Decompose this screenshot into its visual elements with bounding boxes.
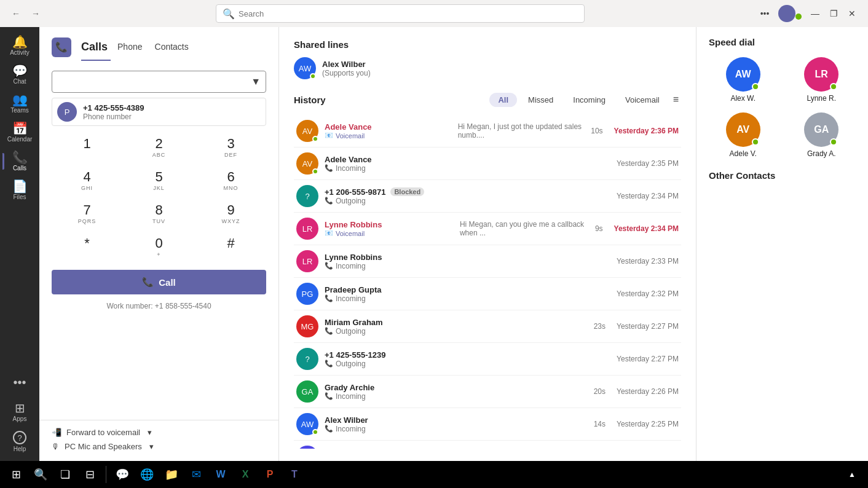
files-icon: 📄 bbox=[12, 180, 28, 192]
search-bar[interactable]: 🔍 bbox=[216, 4, 585, 23]
shared-line-item[interactable]: AW Alex Wilber (Supports you) bbox=[294, 57, 681, 79]
key-1[interactable]: 1 bbox=[52, 131, 122, 163]
key-9[interactable]: 9 WXYZ bbox=[195, 197, 266, 229]
mic-speakers-option[interactable]: 🎙 PC Mic and Speakers ▾ bbox=[52, 442, 266, 451]
taskbar-edge-button[interactable]: 🌐 bbox=[136, 463, 158, 486]
call-button[interactable]: 📞 Call bbox=[52, 270, 266, 294]
key-3[interactable]: 3 DEF bbox=[195, 131, 266, 163]
widgets-button[interactable]: ⊟ bbox=[79, 463, 101, 486]
speed-dial-item-lynner[interactable]: LR Lynne R. bbox=[787, 57, 856, 103]
taskbar-search-button[interactable]: 🔍 bbox=[30, 463, 52, 486]
sidebar-item-apps[interactable]: ⊞ Apps bbox=[2, 398, 37, 426]
sidebar-item-teams[interactable]: 👥 Teams bbox=[2, 90, 37, 117]
call-item[interactable]: MG Miriam Graham 📞 Outgoing 23s Yesterda… bbox=[294, 310, 681, 343]
call-info: Alex Wilber 📞 Incoming bbox=[325, 415, 453, 433]
number-input-row[interactable]: 4255554389 ▼ bbox=[52, 71, 266, 93]
call-online-dot bbox=[312, 136, 318, 142]
sidebar-item-activity[interactable]: 🔔 Activity bbox=[2, 32, 37, 60]
suggestion-row[interactable]: P +1 425-555-4389 Phone number bbox=[52, 98, 266, 126]
call-item[interactable]: AV Adele Vance 📞 Incoming Yesterday 2:35… bbox=[294, 148, 681, 180]
speed-dial-avatar-lynner: LR bbox=[804, 57, 838, 92]
filter-menu-button[interactable]: ≡ bbox=[671, 92, 681, 108]
maximize-button[interactable]: ❐ bbox=[825, 5, 842, 22]
filter-voicemail[interactable]: Voicemail bbox=[617, 93, 668, 107]
call-item[interactable]: ? +1 206-555-9871 Blocked 📞 Outgoing bbox=[294, 180, 681, 213]
more-icon: ••• bbox=[13, 376, 26, 388]
shared-person-name: Alex Wilber bbox=[322, 60, 371, 69]
dialer-tabs: Phone Contacts bbox=[117, 37, 189, 57]
forward-icon: 📲 bbox=[52, 428, 61, 437]
call-info: +1 425-555-1239 📞 Outgoing bbox=[325, 350, 465, 368]
key-2[interactable]: 2 ABC bbox=[124, 131, 194, 163]
sidebar-item-chat[interactable]: 💬 Chat bbox=[2, 61, 37, 89]
key-0-number: 0 bbox=[155, 235, 162, 251]
call-item[interactable]: ? +1 425-555-1239 📞 Outgoing Yesterday 2… bbox=[294, 343, 681, 376]
key-4[interactable]: 4 GHI bbox=[52, 164, 122, 196]
call-item[interactable]: PG Pradeep Gupta 📞 Incoming Yesterday 2:… bbox=[294, 278, 681, 310]
call-item[interactable]: AW Alex Wilber 📞 Incoming 14s Ye bbox=[294, 408, 681, 441]
forward-voicemail-option[interactable]: 📲 Forward to voicemail ▾ bbox=[52, 428, 266, 437]
call-avatar: LR bbox=[296, 218, 318, 240]
filter-incoming[interactable]: Incoming bbox=[564, 93, 614, 107]
sidebar-item-calls[interactable]: 📞 Calls bbox=[2, 148, 37, 175]
key-0[interactable]: 0 + bbox=[124, 230, 194, 262]
call-item[interactable]: LR Lynne Robbins 📞 Incoming Yesterday 2:… bbox=[294, 245, 681, 278]
tab-phone[interactable]: Phone bbox=[117, 37, 142, 58]
sidebar-item-more[interactable]: ••• bbox=[2, 372, 37, 392]
key-star[interactable]: * bbox=[52, 230, 122, 262]
call-item[interactable]: GA Grady Archie 📞 Incoming 20s Yesterday… bbox=[294, 376, 681, 408]
speed-dial-item-alexw[interactable]: AW Alex W. bbox=[709, 57, 778, 103]
phone-number-input[interactable]: 4255554389 bbox=[57, 77, 251, 87]
taskbar-mail-button[interactable]: ✉ bbox=[185, 463, 207, 486]
taskbar-teams-button[interactable]: T bbox=[283, 463, 306, 486]
taskbar-explorer-button[interactable]: 📁 bbox=[160, 463, 183, 486]
speed-dial-online-dot bbox=[830, 138, 837, 146]
forward-button[interactable]: → bbox=[27, 5, 44, 22]
search-input[interactable] bbox=[239, 9, 578, 18]
call-item[interactable]: AV Adele Vance 📧 Voicemail Hi Megan, I j… bbox=[294, 115, 681, 148]
outgoing-icon: 📞 bbox=[325, 327, 333, 335]
sidebar-item-files[interactable]: 📄 Files bbox=[2, 176, 37, 204]
task-view-button[interactable]: ❏ bbox=[54, 463, 76, 486]
speed-dial-item-adelev[interactable]: AV Adele V. bbox=[709, 112, 778, 158]
call-online-dot bbox=[312, 429, 318, 435]
sidebar-item-calendar[interactable]: 📅 Calendar bbox=[2, 119, 37, 146]
phone-dropdown-button[interactable]: ▼ bbox=[251, 76, 261, 87]
sidebar: 🔔 Activity 💬 Chat 👥 Teams 📅 Calendar 📞 C… bbox=[0, 27, 39, 461]
taskbar-word-button[interactable]: W bbox=[210, 463, 232, 486]
key-hash[interactable]: # bbox=[195, 230, 266, 262]
taskbar-chevron-up-button[interactable]: ▲ bbox=[841, 463, 863, 486]
call-item[interactable]: MB Megan Bowen 📞 Outgoing 4s Yesterday 1… bbox=[294, 441, 681, 449]
back-button[interactable]: ← bbox=[7, 5, 25, 22]
call-type-label: Incoming bbox=[336, 392, 366, 401]
call-item[interactable]: LR Lynne Robbins 📧 Voicemail Hi Megan, c… bbox=[294, 213, 681, 245]
taskbar-excel-button[interactable]: X bbox=[234, 463, 256, 486]
speed-dial-initials: AW bbox=[735, 69, 751, 80]
start-button[interactable]: ⊞ bbox=[5, 463, 27, 486]
speed-dial-item-gradya[interactable]: GA Grady A. bbox=[787, 112, 856, 158]
key-8[interactable]: 8 TUV bbox=[124, 197, 194, 229]
work-number: Work number: +1 858-555-4540 bbox=[52, 302, 266, 310]
key-3-number: 3 bbox=[227, 136, 234, 152]
key-6[interactable]: 6 MNO bbox=[195, 164, 266, 196]
sidebar-item-help[interactable]: ? Help bbox=[2, 427, 37, 456]
calls-icon-wrap: 📞 bbox=[52, 37, 71, 57]
tab-contacts[interactable]: Contacts bbox=[155, 37, 189, 58]
taskbar-teams-chat-button[interactable]: 💬 bbox=[111, 463, 133, 486]
key-5[interactable]: 5 JKL bbox=[124, 164, 194, 196]
call-type-label: Outgoing bbox=[336, 327, 366, 336]
incoming-icon: 📞 bbox=[325, 392, 333, 400]
key-7[interactable]: 7 PQRS bbox=[52, 197, 122, 229]
call-avatar-wrap: ? bbox=[296, 348, 318, 370]
close-button[interactable]: ✕ bbox=[843, 5, 861, 22]
call-type-row: 📞 Incoming bbox=[325, 294, 465, 303]
call-avatar-wrap: AV bbox=[296, 120, 318, 142]
filter-missed[interactable]: Missed bbox=[519, 93, 562, 107]
calendar-icon: 📅 bbox=[12, 122, 28, 135]
minimize-button[interactable]: — bbox=[807, 5, 824, 22]
title-bar-right: ••• — ❐ ✕ bbox=[756, 5, 861, 22]
filter-all[interactable]: All bbox=[489, 93, 517, 107]
user-avatar[interactable] bbox=[778, 5, 795, 22]
more-options-button[interactable]: ••• bbox=[756, 5, 773, 22]
taskbar-powerpoint-button[interactable]: P bbox=[259, 463, 281, 486]
